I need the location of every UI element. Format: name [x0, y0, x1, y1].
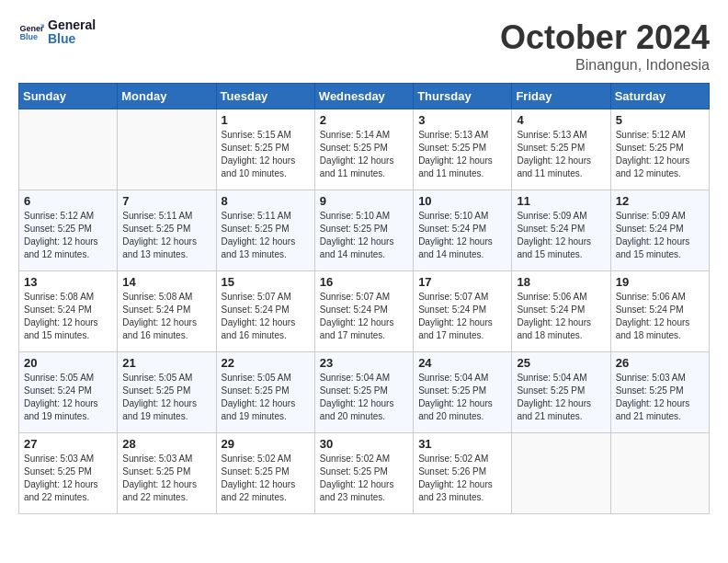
day-number: 25 [517, 356, 605, 370]
day-number: 18 [517, 275, 605, 289]
calendar-cell: 9Sunrise: 5:10 AM Sunset: 5:25 PM Daylig… [314, 190, 413, 271]
calendar-week-row: 13Sunrise: 5:08 AM Sunset: 5:24 PM Dayli… [19, 271, 710, 352]
day-info: Sunrise: 5:02 AM Sunset: 5:26 PM Dayligh… [418, 453, 506, 504]
calendar-cell: 28Sunrise: 5:03 AM Sunset: 5:25 PM Dayli… [118, 433, 216, 514]
calendar-cell: 20Sunrise: 5:05 AM Sunset: 5:24 PM Dayli… [19, 352, 118, 433]
calendar-week-row: 27Sunrise: 5:03 AM Sunset: 5:25 PM Dayli… [19, 433, 710, 514]
day-number: 13 [24, 275, 112, 289]
day-number: 1 [222, 113, 310, 127]
day-number: 16 [320, 275, 408, 289]
day-number: 19 [616, 275, 704, 289]
calendar-cell [118, 109, 216, 190]
calendar-cell: 11Sunrise: 5:09 AM Sunset: 5:24 PM Dayli… [512, 190, 610, 271]
day-info: Sunrise: 5:11 AM Sunset: 5:25 PM Dayligh… [222, 210, 310, 261]
day-number: 7 [122, 194, 210, 208]
calendar-cell: 10Sunrise: 5:10 AM Sunset: 5:24 PM Dayli… [414, 190, 512, 271]
calendar-cell: 13Sunrise: 5:08 AM Sunset: 5:24 PM Dayli… [19, 271, 118, 352]
day-info: Sunrise: 5:14 AM Sunset: 5:25 PM Dayligh… [320, 129, 408, 180]
day-info: Sunrise: 5:15 AM Sunset: 5:25 PM Dayligh… [222, 129, 310, 180]
day-info: Sunrise: 5:03 AM Sunset: 5:25 PM Dayligh… [616, 372, 704, 423]
calendar-cell: 15Sunrise: 5:07 AM Sunset: 5:24 PM Dayli… [216, 271, 314, 352]
day-number: 24 [418, 356, 506, 370]
logo-general-text: General [48, 18, 96, 32]
calendar-cell: 19Sunrise: 5:06 AM Sunset: 5:24 PM Dayli… [610, 271, 709, 352]
calendar-cell: 25Sunrise: 5:04 AM Sunset: 5:25 PM Dayli… [512, 352, 610, 433]
day-number: 6 [24, 194, 112, 208]
calendar-cell: 12Sunrise: 5:09 AM Sunset: 5:24 PM Dayli… [610, 190, 709, 271]
calendar-cell: 27Sunrise: 5:03 AM Sunset: 5:25 PM Dayli… [19, 433, 118, 514]
day-number: 2 [320, 113, 408, 127]
day-info: Sunrise: 5:09 AM Sunset: 5:24 PM Dayligh… [616, 210, 704, 261]
day-info: Sunrise: 5:04 AM Sunset: 5:25 PM Dayligh… [517, 372, 605, 423]
day-info: Sunrise: 5:06 AM Sunset: 5:24 PM Dayligh… [616, 291, 704, 342]
day-number: 5 [616, 113, 704, 127]
day-of-week-header: Saturday [610, 84, 709, 109]
calendar-cell: 4Sunrise: 5:13 AM Sunset: 5:25 PM Daylig… [512, 109, 610, 190]
logo-blue-text: Blue [48, 32, 96, 46]
day-info: Sunrise: 5:11 AM Sunset: 5:25 PM Dayligh… [122, 210, 210, 261]
calendar-cell: 30Sunrise: 5:02 AM Sunset: 5:25 PM Dayli… [314, 433, 413, 514]
title-block: October 2024 Binangun, Indonesia [500, 18, 710, 74]
calendar-cell: 1Sunrise: 5:15 AM Sunset: 5:25 PM Daylig… [216, 109, 314, 190]
day-number: 12 [616, 194, 704, 208]
day-number: 3 [418, 113, 506, 127]
day-info: Sunrise: 5:06 AM Sunset: 5:24 PM Dayligh… [517, 291, 605, 342]
day-info: Sunrise: 5:04 AM Sunset: 5:25 PM Dayligh… [320, 372, 408, 423]
day-of-week-header: Sunday [19, 84, 118, 109]
calendar-cell [512, 433, 610, 514]
calendar-week-row: 1Sunrise: 5:15 AM Sunset: 5:25 PM Daylig… [19, 109, 710, 190]
calendar-cell: 17Sunrise: 5:07 AM Sunset: 5:24 PM Dayli… [414, 271, 512, 352]
calendar-cell [19, 109, 118, 190]
day-number: 30 [320, 437, 408, 451]
page-header: General Blue General Blue October 2024 B… [18, 18, 710, 74]
day-number: 14 [122, 275, 210, 289]
calendar-cell [610, 433, 709, 514]
calendar-cell: 29Sunrise: 5:02 AM Sunset: 5:25 PM Dayli… [216, 433, 314, 514]
svg-text:General: General [19, 24, 44, 33]
day-info: Sunrise: 5:02 AM Sunset: 5:25 PM Dayligh… [222, 453, 310, 504]
day-info: Sunrise: 5:05 AM Sunset: 5:25 PM Dayligh… [222, 372, 310, 423]
day-info: Sunrise: 5:13 AM Sunset: 5:25 PM Dayligh… [517, 129, 605, 180]
day-info: Sunrise: 5:03 AM Sunset: 5:25 PM Dayligh… [24, 453, 112, 504]
calendar-cell: 31Sunrise: 5:02 AM Sunset: 5:26 PM Dayli… [414, 433, 512, 514]
day-number: 29 [222, 437, 310, 451]
day-info: Sunrise: 5:09 AM Sunset: 5:24 PM Dayligh… [517, 210, 605, 261]
day-number: 20 [24, 356, 112, 370]
day-of-week-header: Monday [118, 84, 216, 109]
calendar-cell: 21Sunrise: 5:05 AM Sunset: 5:25 PM Dayli… [118, 352, 216, 433]
calendar-cell: 18Sunrise: 5:06 AM Sunset: 5:24 PM Dayli… [512, 271, 610, 352]
day-number: 8 [222, 194, 310, 208]
day-info: Sunrise: 5:07 AM Sunset: 5:24 PM Dayligh… [222, 291, 310, 342]
day-number: 10 [418, 194, 506, 208]
day-info: Sunrise: 5:13 AM Sunset: 5:25 PM Dayligh… [418, 129, 506, 180]
calendar-week-row: 20Sunrise: 5:05 AM Sunset: 5:24 PM Dayli… [19, 352, 710, 433]
day-info: Sunrise: 5:10 AM Sunset: 5:25 PM Dayligh… [320, 210, 408, 261]
calendar-cell: 23Sunrise: 5:04 AM Sunset: 5:25 PM Dayli… [314, 352, 413, 433]
calendar-cell: 7Sunrise: 5:11 AM Sunset: 5:25 PM Daylig… [118, 190, 216, 271]
day-of-week-header: Tuesday [216, 84, 314, 109]
calendar-cell: 16Sunrise: 5:07 AM Sunset: 5:24 PM Dayli… [314, 271, 413, 352]
day-number: 23 [320, 356, 408, 370]
day-number: 28 [122, 437, 210, 451]
calendar-header-row: SundayMondayTuesdayWednesdayThursdayFrid… [19, 84, 710, 109]
calendar-cell: 22Sunrise: 5:05 AM Sunset: 5:25 PM Dayli… [216, 352, 314, 433]
day-number: 31 [418, 437, 506, 451]
day-info: Sunrise: 5:12 AM Sunset: 5:25 PM Dayligh… [616, 129, 704, 180]
calendar-cell: 2Sunrise: 5:14 AM Sunset: 5:25 PM Daylig… [314, 109, 413, 190]
day-of-week-header: Thursday [414, 84, 512, 109]
day-number: 26 [616, 356, 704, 370]
calendar-cell: 5Sunrise: 5:12 AM Sunset: 5:25 PM Daylig… [610, 109, 709, 190]
svg-text:Blue: Blue [19, 33, 38, 42]
day-number: 4 [517, 113, 605, 127]
calendar-week-row: 6Sunrise: 5:12 AM Sunset: 5:25 PM Daylig… [19, 190, 710, 271]
calendar-cell: 26Sunrise: 5:03 AM Sunset: 5:25 PM Dayli… [610, 352, 709, 433]
day-of-week-header: Wednesday [314, 84, 413, 109]
day-info: Sunrise: 5:04 AM Sunset: 5:25 PM Dayligh… [418, 372, 506, 423]
day-info: Sunrise: 5:08 AM Sunset: 5:24 PM Dayligh… [122, 291, 210, 342]
calendar-cell: 6Sunrise: 5:12 AM Sunset: 5:25 PM Daylig… [19, 190, 118, 271]
calendar-table: SundayMondayTuesdayWednesdayThursdayFrid… [18, 83, 710, 514]
day-number: 11 [517, 194, 605, 208]
day-info: Sunrise: 5:02 AM Sunset: 5:25 PM Dayligh… [320, 453, 408, 504]
day-info: Sunrise: 5:10 AM Sunset: 5:24 PM Dayligh… [418, 210, 506, 261]
calendar-cell: 24Sunrise: 5:04 AM Sunset: 5:25 PM Dayli… [414, 352, 512, 433]
